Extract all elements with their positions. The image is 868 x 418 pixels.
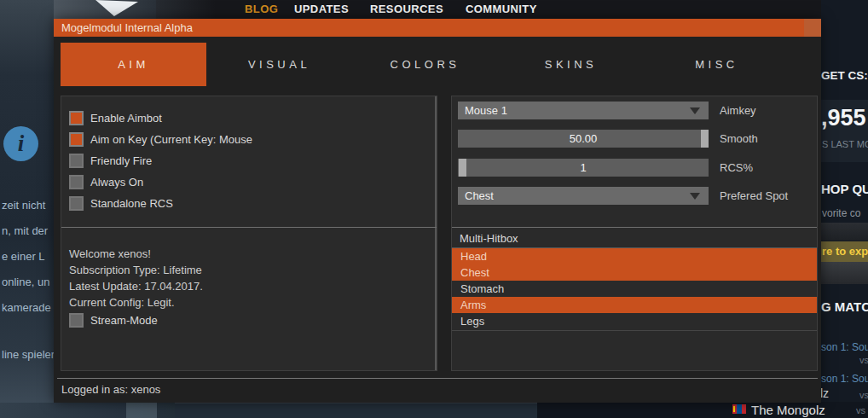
window-titlebar[interactable]: Mogelmodul Internal Alpha (54, 19, 821, 37)
matches-heading: G MATC (821, 299, 868, 314)
nav-updates[interactable]: UPDATES (294, 3, 349, 15)
prefered-spot-dropdown[interactable]: Chest (458, 187, 709, 205)
checkbox-row-enable-aimbot[interactable]: Enable Aimbot (69, 111, 162, 125)
prefered-spot-label: Prefered Spot (720, 187, 788, 205)
rcs-row: 1 RCS% (458, 159, 813, 177)
tab-bar: AIM VISUAL COLORS SKINS MISC (61, 43, 790, 86)
prefered-spot-row: Chest Prefered Spot (458, 187, 813, 205)
checkbox-label: Enable Aimbot (90, 112, 162, 125)
checkbox-label: Always On (90, 176, 143, 189)
dropdown-value: Mouse 1 (465, 102, 507, 119)
chevron-down-icon (690, 107, 700, 114)
checkbox-label: Stream-Mode (90, 314, 158, 327)
cheat-window: Mogelmodul Internal Alpha AIM VISUAL COL… (54, 19, 821, 403)
smooth-row: 50.00 Smooth (458, 130, 813, 148)
team-name: The Mongolz (751, 403, 825, 417)
smooth-label: Smooth (720, 130, 758, 148)
team-name-fragment: lz (821, 386, 829, 400)
tab-visual[interactable]: VISUAL (206, 43, 352, 86)
background-text: zeit nicht (2, 199, 45, 212)
divider (452, 330, 817, 331)
checkbox-label: Aim on Key (Current Key: Mouse (90, 133, 252, 146)
nav-community[interactable]: COMMUNITY (466, 3, 537, 15)
background-right-column: GET CS:GO ,955 S LAST MO HOP QU vorite c… (821, 0, 868, 418)
mongolia-flag-icon (732, 404, 746, 414)
always-on-checkbox[interactable] (69, 175, 84, 189)
aim-settings-box: Mouse 1 Aimkey 50.00 Smooth 1 RCS% (451, 96, 818, 371)
screen: i zeit nicht n, mit der e einer L online… (0, 0, 868, 418)
shop-heading: HOP QU (821, 182, 868, 196)
nav-resources[interactable]: RESOURCES (370, 3, 443, 15)
divider (57, 378, 818, 379)
match-link[interactable]: son 1: Sout (821, 341, 868, 353)
aimkey-label: Aimkey (720, 102, 756, 119)
slider-value: 50.00 (458, 130, 709, 148)
background-text: e einer L (2, 250, 45, 263)
match-link[interactable]: son 1: Sout (821, 373, 868, 385)
window-title: Mogelmodul Internal Alpha (61, 19, 193, 37)
aim-on-key-checkbox[interactable] (69, 132, 84, 147)
dropdown-value: Chest (465, 187, 494, 205)
aimbot-options-box: Enable Aimbot Aim on Key (Current Key: M… (61, 96, 437, 371)
hitbox-item-stomach[interactable]: Stomach (452, 281, 817, 297)
checkbox-row-standalone-rcs[interactable]: Standalone RCS (69, 196, 173, 211)
checkbox-row-always-on[interactable]: Always On (69, 175, 143, 189)
background-text: online, un (2, 276, 49, 288)
hitbox-item-legs[interactable]: Legs (452, 313, 817, 329)
slider-handle[interactable] (459, 159, 466, 177)
multi-hitbox-label: Multi-Hitbox (460, 232, 518, 245)
rcs-label: RCS% (720, 159, 753, 177)
friendly-fire-checkbox[interactable] (69, 154, 84, 168)
divider (452, 227, 817, 228)
match-row: The Mongolz vs (537, 402, 868, 418)
slider-handle[interactable] (701, 130, 709, 148)
background-text: kamerade (2, 301, 51, 314)
background-left-column: i zeit nicht n, mit der e einer L online… (0, 0, 54, 418)
stream-mode-checkbox[interactable] (69, 313, 84, 328)
shop-caption: vorite co (822, 207, 860, 219)
checkbox-label: Standalone RCS (90, 197, 173, 210)
checkbox-row-stream-mode[interactable]: Stream-Mode (69, 313, 158, 328)
standalone-rcs-checkbox[interactable] (69, 196, 84, 211)
hitbox-item-chest[interactable]: Chest (452, 264, 817, 281)
nav-blog[interactable]: BLOG (245, 3, 278, 15)
tab-misc[interactable]: MISC (644, 43, 790, 86)
checkbox-label: Friendly Fire (90, 154, 152, 167)
checkbox-row-aim-on-key[interactable]: Aim on Key (Current Key: Mouse (69, 132, 252, 147)
stat-caption: S LAST MO (822, 139, 868, 149)
tab-skins[interactable]: SKINS (498, 43, 644, 86)
tab-colors[interactable]: COLORS (352, 43, 498, 86)
rcs-slider[interactable]: 1 (458, 159, 709, 177)
enable-aimbot-checkbox[interactable] (69, 111, 84, 125)
slider-value: 1 (458, 159, 709, 177)
get-csgo-link[interactable]: GET CS:GO (821, 69, 868, 82)
current-config-text: Current Config: Legit. (69, 296, 175, 309)
logged-in-status: Logged in as: xenos (61, 383, 160, 396)
vs-label: vs (856, 405, 865, 415)
info-icon: i (3, 126, 38, 161)
divider (61, 227, 437, 228)
store-thumbnail (821, 223, 868, 241)
tab-aim[interactable]: AIM (61, 43, 206, 86)
aimkey-row: Mouse 1 Aimkey (458, 102, 813, 119)
store-thumbnail (821, 262, 868, 284)
checkbox-row-friendly-fire[interactable]: Friendly Fire (69, 154, 152, 168)
smooth-slider[interactable]: 50.00 (458, 130, 709, 148)
close-button[interactable] (804, 19, 821, 37)
site-navbar: BLOG UPDATES RESOURCES COMMUNITY (156, 0, 821, 19)
hitbox-item-head[interactable]: Head (452, 248, 817, 264)
background-bottom-highlight (126, 403, 157, 418)
chevron-down-icon (690, 193, 700, 200)
stats-panel: ,955 S LAST MO (821, 100, 868, 162)
stat-number: ,955 (821, 105, 866, 131)
background-text: n, mit der (2, 224, 48, 237)
promo-banner[interactable]: re to expl (821, 241, 868, 262)
hitbox-item-arms[interactable]: Arms (452, 297, 817, 313)
background-bottom-section (175, 403, 537, 418)
latest-update-text: Latest Update: 17.04.2017. (69, 280, 203, 293)
box-edge (435, 96, 437, 370)
vs-label: vs (859, 355, 868, 365)
aimkey-dropdown[interactable]: Mouse 1 (458, 102, 709, 119)
subscription-text: Subscription Type: Lifetime (69, 264, 202, 276)
vs-label: vs (859, 390, 868, 400)
